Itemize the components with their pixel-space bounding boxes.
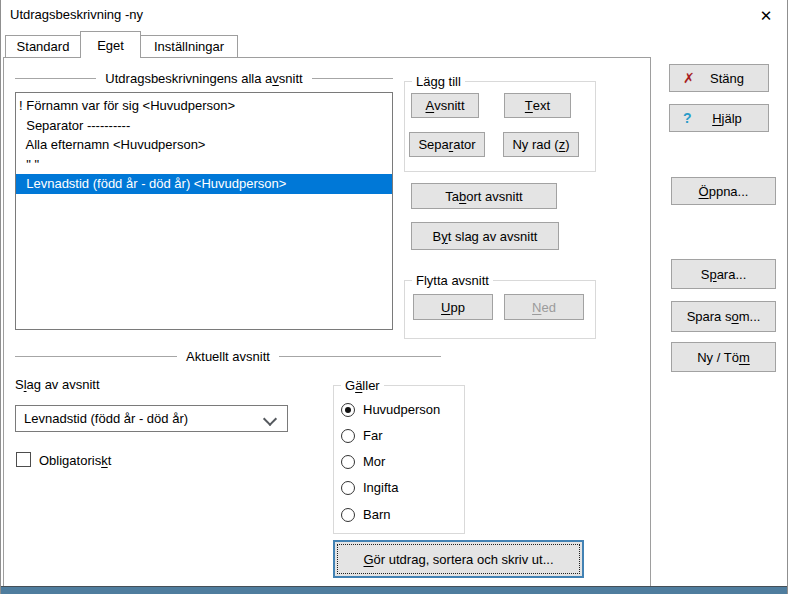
radio-icon[interactable] [341, 481, 355, 495]
list-item[interactable]: Levnadstid (född år - död år) <Huvudpers… [16, 174, 392, 194]
ta-bort-avsnitt-button[interactable]: Ta bort avsnitt [411, 183, 557, 209]
text-button[interactable]: Text [504, 93, 571, 118]
help-question-icon: ? [683, 110, 692, 126]
list-item[interactable]: Alla efternamn <Huvudperson> [16, 135, 392, 155]
upp-button[interactable]: Upp [413, 294, 493, 320]
close-icon: ✕ [760, 7, 773, 25]
separator-button[interactable]: Separator [409, 132, 485, 157]
avsnitt-listbox[interactable]: ! Förnamn var för sig <Huvudperson> Sepa… [15, 92, 393, 330]
gor-utdrag-button[interactable]: Gör utdrag, sortera och skriv ut... [333, 540, 584, 578]
list-item[interactable]: " " [16, 155, 392, 175]
ny-rad-button[interactable]: Ny rad (z) [503, 132, 579, 157]
radio-mor[interactable]: Mor [341, 453, 385, 470]
window-title: Utdragsbeskrivning -ny [10, 7, 143, 22]
header-divider [15, 78, 96, 79]
radio-ingifta-label: Ingifta [363, 480, 398, 495]
slag-av-avsnitt-dropdown-value: Levnadstid (född år - död år) [24, 411, 188, 426]
radio-far-label: Far [363, 428, 383, 443]
header-divider [15, 356, 177, 357]
dialog-window: Utdragsbeskrivning -ny ✕ Standard Eget I… [0, 0, 788, 594]
tab-eget-label: Eget [97, 38, 124, 53]
stang-button-label: Stäng [710, 71, 744, 86]
spara-button[interactable]: Spara... [671, 259, 776, 289]
ny-tom-button[interactable]: Ny / Töm [671, 342, 776, 372]
slag-av-avsnitt-dropdown[interactable]: Levnadstid (född år - död år) [15, 405, 288, 432]
radio-barn-label: Barn [363, 507, 390, 522]
byt-slag-av-avsnitt-button[interactable]: Byt slag av avsnitt [411, 222, 559, 250]
header-divider [279, 356, 441, 357]
ned-button: Ned [504, 294, 584, 320]
spara-som-button[interactable]: Spara som... [671, 301, 776, 332]
section-header-aktuellt-avsnitt: Aktuellt avsnitt [15, 349, 441, 364]
tab-eget[interactable]: Eget [80, 31, 141, 58]
galler-group-label: Gäller [341, 378, 384, 393]
list-item[interactable]: Separator ---------- [16, 116, 392, 136]
stang-button[interactable]: ✗ Stäng [669, 64, 769, 92]
list-item[interactable]: ! Förnamn var för sig <Huvudperson> [16, 96, 392, 116]
flytta-avsnitt-group-label: Flytta avsnitt [412, 273, 493, 288]
radio-icon[interactable] [341, 455, 355, 469]
section-header-all-avsnitt: Utdragsbeskrivningens alla avsnitt [15, 71, 393, 86]
radio-far[interactable]: Far [341, 427, 383, 444]
tab-standard-label: Standard [17, 39, 70, 54]
lagg-till-group-label: Lägg till [412, 74, 465, 89]
radio-icon[interactable] [341, 508, 355, 522]
window-bottom-border [1, 586, 787, 594]
tab-installningar-label: Inställningar [154, 39, 224, 54]
oppna-button[interactable]: Öppna... [671, 177, 776, 205]
radio-icon[interactable] [341, 403, 355, 417]
radio-huvudperson-label: Huvudperson [363, 402, 440, 417]
hjalp-button[interactable]: ? Hjälp [669, 104, 769, 132]
titlebar: Utdragsbeskrivning -ny ✕ [1, 0, 787, 31]
section-header-all-avsnitt-label: Utdragsbeskrivningens alla avsnitt [105, 71, 302, 86]
avsnitt-button[interactable]: Avsnitt [411, 93, 479, 118]
close-x-icon: ✗ [683, 70, 695, 86]
section-header-aktuellt-avsnitt-label: Aktuellt avsnitt [186, 349, 270, 364]
radio-mor-label: Mor [363, 454, 385, 469]
chevron-down-icon [263, 412, 277, 426]
obligatoriskt-label[interactable]: Obligatoriskt [39, 453, 111, 468]
tab-installningar[interactable]: Inställningar [140, 35, 238, 57]
radio-huvudperson[interactable]: Huvudperson [341, 401, 440, 418]
tab-standard[interactable]: Standard [5, 35, 81, 57]
header-divider [312, 78, 393, 79]
slag-av-avsnitt-label: Slag av avsnitt [15, 377, 100, 392]
radio-ingifta[interactable]: Ingifta [341, 479, 398, 496]
hjalp-button-label: Hjälp [712, 111, 742, 126]
radio-barn[interactable]: Barn [341, 506, 390, 523]
obligatoriskt-checkbox[interactable] [16, 452, 31, 467]
close-button[interactable]: ✕ [751, 3, 781, 28]
radio-icon[interactable] [341, 429, 355, 443]
